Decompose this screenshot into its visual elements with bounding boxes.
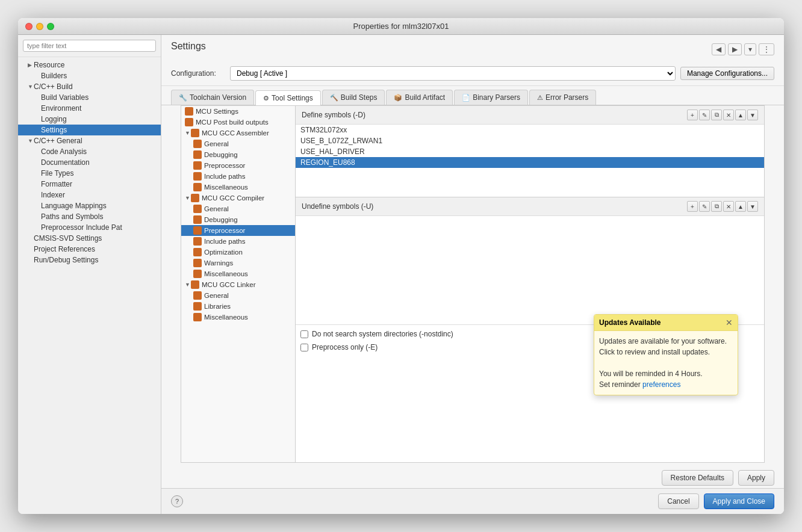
sidebar-item-logging[interactable]: Logging xyxy=(18,114,161,125)
undefine-delete-button[interactable]: ✕ xyxy=(723,201,734,212)
tree-asm-preprocessor[interactable]: Preprocessor xyxy=(181,160,295,171)
tab-build-artifact[interactable]: 📦 Build Artifact xyxy=(386,90,453,105)
more-button[interactable]: ⋮ xyxy=(759,43,774,55)
sidebar-item-file-types[interactable]: File Types xyxy=(18,168,161,179)
nostdinc-checkbox[interactable] xyxy=(300,330,308,338)
asm-debugging-icon xyxy=(193,150,202,159)
build-steps-icon: 🔨 xyxy=(330,94,338,102)
undefine-copy-button[interactable]: ⧉ xyxy=(711,201,722,212)
filter-input[interactable] xyxy=(23,40,156,52)
minimize-button[interactable] xyxy=(36,23,43,30)
tree-gcc-debugging[interactable]: Debugging xyxy=(181,214,295,225)
list-item[interactable]: USE_B_L072Z_LRWAN1 xyxy=(296,135,764,146)
sidebar-item-cpp-general[interactable]: ▼ C/C++ General xyxy=(18,135,161,146)
content-wrapper: MCU Settings MCU Post build outputs ▼ MC… xyxy=(161,105,784,488)
tab-tool-settings[interactable]: ⚙ Tool Settings xyxy=(255,90,321,105)
tree-asm-debugging[interactable]: Debugging xyxy=(181,149,295,160)
linker-libraries-icon xyxy=(193,302,202,311)
sidebar-item-formatter[interactable]: Formatter xyxy=(18,179,161,190)
sidebar-item-resource[interactable]: ▶ Resource xyxy=(18,60,161,70)
sidebar-item-run-debug[interactable]: Run/Debug Settings xyxy=(18,255,161,265)
sidebar-item-code-analysis[interactable]: Code Analysis xyxy=(18,146,161,157)
list-item[interactable]: REGION_EU868 xyxy=(296,157,764,168)
tree-gcc-warnings[interactable]: Warnings xyxy=(181,258,295,268)
menu-button[interactable]: ▾ xyxy=(744,43,756,55)
tree-mcu-gcc-assembler[interactable]: ▼ MCU GCC Assembler xyxy=(181,128,295,138)
define-add-button[interactable]: + xyxy=(687,110,698,120)
sidebar-filter-area xyxy=(18,35,161,57)
undefine-down-button[interactable]: ▼ xyxy=(747,201,758,212)
list-item[interactable]: USE_HAL_DRIVER xyxy=(296,146,764,157)
undefine-edit-button[interactable]: ✎ xyxy=(699,201,710,212)
sidebar-item-documentation[interactable]: Documentation xyxy=(18,157,161,168)
define-up-button[interactable]: ▲ xyxy=(735,110,746,120)
tab-error-parsers[interactable]: ⚠ Error Parsers xyxy=(529,90,596,105)
tree-asm-general[interactable]: General xyxy=(181,138,295,149)
undefine-toolbar: + ✎ ⧉ ✕ ▲ ▼ xyxy=(687,201,758,212)
undefine-symbols-label: Undefine symbols (-U) xyxy=(302,202,373,211)
linker-misc-icon xyxy=(193,313,202,321)
define-edit-button[interactable]: ✎ xyxy=(699,110,710,120)
sidebar-item-project-refs[interactable]: Project References xyxy=(18,244,161,255)
tree-linker-general[interactable]: General xyxy=(181,290,295,301)
gcc-debugging-icon xyxy=(193,215,202,224)
sidebar-item-language-mappings[interactable]: Language Mappings xyxy=(18,200,161,211)
restore-defaults-button[interactable]: Restore Defaults xyxy=(662,470,733,486)
tree-mcu-gcc-compiler[interactable]: ▼ MCU GCC Compiler xyxy=(181,193,295,203)
tree-mcu-post-build[interactable]: MCU Post build outputs xyxy=(181,117,295,128)
preferences-link[interactable]: preferences xyxy=(642,380,680,389)
config-select[interactable]: Debug [ Active ] xyxy=(230,66,676,81)
list-item[interactable]: STM32L072xx xyxy=(296,125,764,135)
settings-header: Settings ◀ ▶ ▾ ⋮ xyxy=(161,35,784,61)
manage-configurations-button[interactable]: Manage Configurations... xyxy=(680,67,774,80)
tree-gcc-preprocessor[interactable]: Preprocessor xyxy=(181,225,295,236)
define-down-button[interactable]: ▼ xyxy=(747,110,758,120)
sidebar-item-environment[interactable]: Environment xyxy=(18,103,161,114)
sidebar-item-builders[interactable]: Builders xyxy=(18,70,161,81)
gcc-warnings-icon xyxy=(193,259,202,267)
tree-linker-libraries[interactable]: Libraries xyxy=(181,301,295,312)
sidebar-item-indexer[interactable]: Indexer xyxy=(18,190,161,200)
tree-gcc-misc[interactable]: Miscellaneous xyxy=(181,268,295,279)
apply-button[interactable]: Apply xyxy=(738,470,774,486)
maximize-button[interactable] xyxy=(47,23,54,30)
undefine-up-button[interactable]: ▲ xyxy=(735,201,746,212)
apply-and-close-button[interactable]: Apply and Close xyxy=(704,493,774,509)
tree-mcu-settings[interactable]: MCU Settings xyxy=(181,106,295,117)
tab-toolchain-version[interactable]: 🔧 Toolchain Version xyxy=(171,90,254,105)
forward-button[interactable]: ▶ xyxy=(728,43,742,55)
tree-asm-misc[interactable]: Miscellaneous xyxy=(181,182,295,193)
define-delete-button[interactable]: ✕ xyxy=(723,110,734,120)
cancel-button[interactable]: Cancel xyxy=(658,493,698,509)
arrow-icon: ▼ xyxy=(28,138,34,144)
sidebar-item-cpp-build[interactable]: ▼ C/C++ Build xyxy=(18,81,161,92)
sidebar-item-settings[interactable]: Settings xyxy=(18,125,161,135)
define-copy-button[interactable]: ⧉ xyxy=(711,110,722,120)
tree-gcc-general[interactable]: General xyxy=(181,203,295,214)
sidebar-item-cmsis-svd[interactable]: CMSIS-SVD Settings xyxy=(18,233,161,244)
sidebar: ▶ Resource Builders ▼ C/C++ Build Build … xyxy=(18,35,161,514)
tab-binary-parsers[interactable]: 📄 Binary Parsers xyxy=(454,90,528,105)
sidebar-item-preprocessor-include[interactable]: Preprocessor Include Pat xyxy=(18,222,161,233)
sidebar-item-paths-symbols[interactable]: Paths and Symbols xyxy=(18,211,161,222)
updates-reminder: You will be reminded in 4 Hours. Set rem… xyxy=(599,368,733,390)
define-symbols-header: Define symbols (-D) + ✎ ⧉ ✕ ▲ ▼ xyxy=(296,106,764,125)
tab-build-steps[interactable]: 🔨 Build Steps xyxy=(322,90,385,105)
tree-linker-misc[interactable]: Miscellaneous xyxy=(181,312,295,323)
tree-asm-include-paths[interactable]: Include paths xyxy=(181,171,295,182)
help-button[interactable]: ? xyxy=(171,495,183,507)
close-button[interactable] xyxy=(25,23,33,30)
asm-include-icon xyxy=(193,172,202,181)
updates-title: Updates Available xyxy=(599,318,661,327)
back-button[interactable]: ◀ xyxy=(712,43,726,55)
undefine-symbols-list xyxy=(296,216,764,324)
tree-gcc-optimization[interactable]: Optimization xyxy=(181,247,295,258)
undefine-add-button[interactable]: + xyxy=(687,201,698,212)
tree-gcc-include-paths[interactable]: Include paths xyxy=(181,236,295,247)
preprocess-only-label: Preprocess only (-E) xyxy=(312,343,378,351)
preprocess-only-checkbox[interactable] xyxy=(300,344,308,351)
updates-close-button[interactable]: ✕ xyxy=(726,318,733,327)
tree-mcu-gcc-linker[interactable]: ▼ MCU GCC Linker xyxy=(181,279,295,290)
settings-title: Settings xyxy=(171,41,206,52)
sidebar-item-build-variables[interactable]: Build Variables xyxy=(18,92,161,103)
